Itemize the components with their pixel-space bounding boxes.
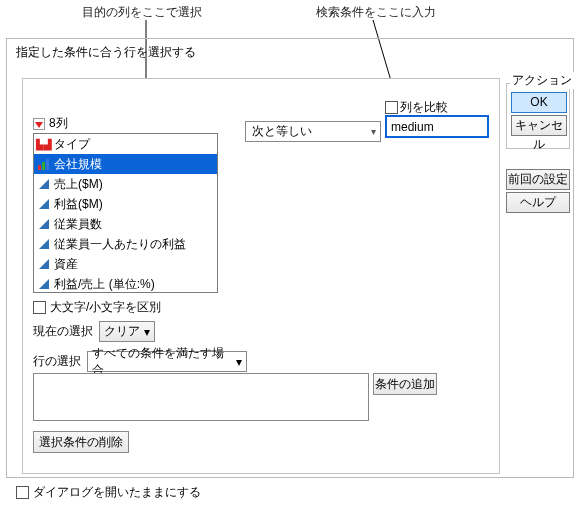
ok-button[interactable]: OK xyxy=(511,92,567,113)
column-item-label: タイプ xyxy=(54,136,90,153)
column-item-label: 資産 xyxy=(54,256,78,273)
column-item-label: 会社規模 xyxy=(54,156,102,173)
column-item[interactable]: 利益/売上 (単位:%) xyxy=(34,274,217,293)
column-item[interactable]: ▙▟タイプ xyxy=(34,134,217,154)
checkbox-icon xyxy=(385,101,398,114)
chevron-down-icon: ▾ xyxy=(144,325,150,339)
case-sensitive-label: 大文字/小文字を区別 xyxy=(50,299,161,316)
column-item[interactable]: 売上($M) xyxy=(34,174,217,194)
continuous-icon xyxy=(38,178,50,190)
recall-button[interactable]: 前回の設定 xyxy=(506,169,570,190)
column-count-label: 8列 xyxy=(49,115,68,132)
histogram-icon: ▙▟ xyxy=(38,138,50,150)
clear-selection-button[interactable]: クリア ▾ xyxy=(99,321,155,342)
chevron-down-icon: ▾ xyxy=(371,126,376,137)
actions-group-label: アクション xyxy=(510,72,574,89)
row-selection-label: 行の選択 xyxy=(33,353,81,370)
callout-select-column: 目的の列をここで選択 xyxy=(82,4,202,21)
callout-enter-search: 検索条件をここに入力 xyxy=(316,4,436,21)
checkbox-icon xyxy=(33,301,46,314)
column-item-label: 従業員一人あたりの利益 xyxy=(54,236,186,253)
continuous-icon xyxy=(38,218,50,230)
compare-column-checkbox[interactable]: 列を比較 xyxy=(385,99,448,116)
case-sensitive-checkbox[interactable]: 大文字/小文字を区別 xyxy=(33,299,161,316)
continuous-icon xyxy=(38,238,50,250)
column-item-label: 従業員数 xyxy=(54,216,102,233)
dropdown-icon xyxy=(33,118,45,130)
actions-group: アクション OK キャンセル 前回の設定 ヘルプ xyxy=(506,72,570,215)
chevron-down-icon: ▾ xyxy=(236,355,242,369)
current-selection-label: 現在の選択 xyxy=(33,323,93,340)
operator-select[interactable]: 次と等しい ▾ xyxy=(245,121,381,142)
cancel-button[interactable]: キャンセル xyxy=(511,115,567,136)
column-item-label: 利益($M) xyxy=(54,196,103,213)
column-item-label: 利益/売上 (単位:%) xyxy=(54,276,155,293)
delete-condition-button[interactable]: 選択条件の削除 xyxy=(33,431,129,453)
continuous-icon xyxy=(38,278,50,290)
column-item[interactable]: 利益($M) xyxy=(34,194,217,214)
column-item[interactable]: 会社規模 xyxy=(34,154,217,174)
column-list-header[interactable]: 8列 xyxy=(33,115,68,132)
continuous-icon xyxy=(38,258,50,270)
dialog-title: 指定した条件に合う行を選択する xyxy=(16,44,196,61)
operator-label: 次と等しい xyxy=(252,123,312,140)
add-condition-button[interactable]: 条件の追加 xyxy=(373,373,437,395)
column-list[interactable]: ▙▟タイプ会社規模売上($M)利益($M)従業員数従業員一人あたりの利益資産利益… xyxy=(33,133,218,293)
checkbox-icon xyxy=(16,486,29,499)
conditions-list[interactable] xyxy=(33,373,369,421)
continuous-icon xyxy=(38,198,50,210)
compare-column-label: 列を比較 xyxy=(400,99,448,116)
row-selection-select[interactable]: すべての条件を満たす場合 ▾ xyxy=(87,351,247,372)
keep-dialog-checkbox[interactable]: ダイアログを開いたままにする xyxy=(16,484,201,501)
column-item-label: 売上($M) xyxy=(54,176,103,193)
help-button[interactable]: ヘルプ xyxy=(506,192,570,213)
value-input[interactable] xyxy=(385,115,489,138)
bars-icon xyxy=(38,158,50,170)
column-item[interactable]: 資産 xyxy=(34,254,217,274)
conditions-panel: 8列 ▙▟タイプ会社規模売上($M)利益($M)従業員数従業員一人あたりの利益資… xyxy=(22,78,500,474)
column-item[interactable]: 従業員数 xyxy=(34,214,217,234)
keep-dialog-label: ダイアログを開いたままにする xyxy=(33,484,201,501)
column-item[interactable]: 従業員一人あたりの利益 xyxy=(34,234,217,254)
